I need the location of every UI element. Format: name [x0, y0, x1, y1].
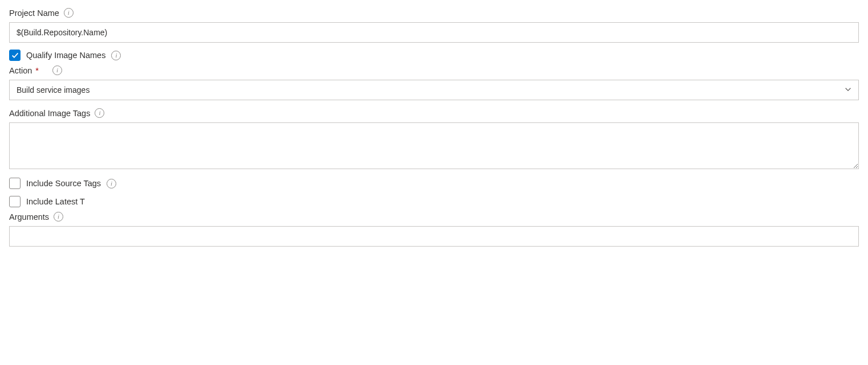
qualify-image-names-label: Qualify Image Names [26, 51, 105, 60]
project-name-label: Project Name [9, 9, 59, 18]
info-icon[interactable]: i [107, 179, 116, 188]
additional-image-tags-input[interactable] [9, 122, 859, 169]
info-icon[interactable]: i [52, 65, 62, 75]
additional-image-tags-label: Additional Image Tags [9, 109, 90, 118]
info-icon[interactable]: i [64, 8, 74, 18]
include-latest-tag-checkbox[interactable] [9, 196, 21, 207]
include-source-tags-label: Include Source Tags [26, 179, 101, 188]
qualify-image-names-checkbox[interactable] [9, 50, 21, 61]
include-latest-tag-label: Include Latest T [26, 197, 85, 206]
project-name-input[interactable] [9, 22, 859, 43]
action-label: Action [9, 66, 32, 75]
include-source-tags-checkbox[interactable] [9, 178, 21, 189]
info-icon[interactable]: i [95, 108, 104, 118]
arguments-input[interactable] [9, 226, 859, 247]
required-indicator: * [35, 66, 39, 75]
info-icon[interactable]: i [111, 51, 121, 60]
info-icon[interactable]: i [54, 212, 63, 222]
action-select[interactable] [9, 80, 859, 100]
arguments-label: Arguments [9, 212, 49, 222]
